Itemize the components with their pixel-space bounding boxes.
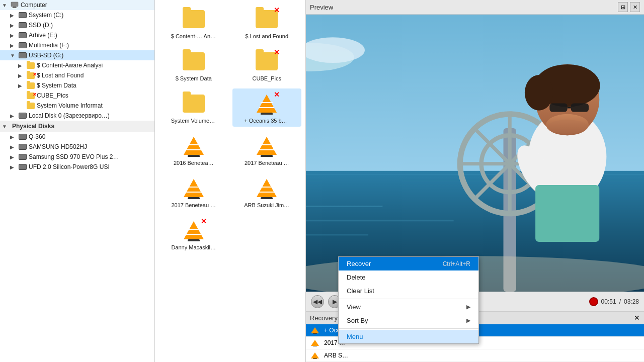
file-label-system-volume: System Volume In… [171,118,216,124]
file-label-danny: Danny Macaskil… [171,244,216,250]
folder-content-aware-icon [26,61,35,69]
drive-g-icon [18,51,27,59]
ctx-sort-by-arrow: ▶ [466,317,470,324]
svg-rect-4 [261,113,273,115]
ctx-recover[interactable]: Recover Ctrl+Alt+R [339,257,478,270]
ctx-view[interactable]: View ▶ [339,300,478,314]
tree-q360[interactable]: ▶ Q-360 [0,132,154,142]
file-item-cube-pics[interactable]: ✕ CUBE_Pics [232,46,302,84]
svg-rect-16 [188,197,200,199]
svg-marker-7 [184,137,204,155]
svg-marker-19 [257,179,277,197]
arrow-physical: ▼ [2,124,10,129]
svg-rect-2 [12,8,17,8]
file-grid-panel: $ Content-… Analysis ✕ $ Lost and Found … [155,0,306,362]
tree-cube-pics[interactable]: CUBE_Pics [0,90,154,101]
arrow-system-data: ▶ [18,83,26,88]
ctx-clear-list[interactable]: Clear List [339,284,478,298]
folder-cube-pics-icon [26,92,35,100]
ctx-sort-by[interactable]: Sort By ▶ [339,314,478,327]
q360-label: Q-360 [29,133,45,140]
tree-system-volume[interactable]: System Volume Informat [0,101,154,111]
file-label-content-aware: $ Content-… Analysis [171,33,216,39]
tree-arrow-computer: ▼ [2,3,10,8]
svg-rect-1 [13,7,16,8]
svg-rect-41 [535,185,599,242]
drive-e-label: Arhive (E:) [29,32,57,39]
tree-drive-c[interactable]: ▶ Ssystem (C:) [0,10,154,20]
recovery-item-arb[interactable]: ARB S… [306,349,644,362]
preview-close-btn[interactable]: ✕ [630,2,640,12]
tree-lost-found[interactable]: ▶ $ Lost and Found [0,70,154,80]
preview-restore-btn[interactable]: ⊞ [618,2,628,12]
drive-q360-icon [18,133,27,141]
file-item-2017b[interactable]: 2017 Beneteau … [159,173,228,211]
system-volume-label: System Volume Informat [37,102,103,109]
ctx-delete-label: Delete [347,274,366,281]
ufd-label: UFD 2.0 Silicon-Power8G USI [29,163,110,170]
tree-drive-e[interactable]: ▶ Arhive (E:) [0,30,154,40]
computer-label: Computer [21,2,47,9]
vlc-2016-icon [182,134,206,158]
vlc-oceanis-icon: ✕ [255,92,279,116]
file-label-cube-pics: CUBE_Pics [253,75,281,81]
vlc-cone-svg-2017b [183,177,205,199]
ctx-menu-label: Menu [347,333,363,340]
drive-c-icon [18,11,27,19]
svg-rect-55 [313,333,317,334]
recovery-list-close-btn[interactable]: ✕ [634,314,640,322]
arrow-q360: ▶ [10,134,18,140]
tree-ufd[interactable]: ▶ UFD 2.0 Silicon-Power8G USI [0,162,154,172]
time-display: 00:51 / 03:28 [589,297,639,306]
file-item-2016[interactable]: 2016 Benetea… [159,131,228,169]
drive-local-icon [18,112,27,120]
vlc-cone-svg-arb [256,177,278,199]
svg-marker-54 [311,327,319,333]
drive-f-icon [18,41,27,49]
file-label-system-data: $ System Data [176,75,212,81]
file-item-lost-found[interactable]: ✕ $ Lost and Found [232,4,302,42]
file-label-arb: ARB Suzuki Jimny.mp4 [244,202,289,208]
svg-rect-24 [188,239,200,241]
tree-drive-f[interactable]: ▶ Multimedia (F:) [0,40,154,50]
tree-computer-root[interactable]: ▼ Computer [0,0,154,10]
arrow-f: ▶ [10,43,18,48]
file-item-arb[interactable]: ARB Suzuki Jimny.mp4 [232,173,302,211]
context-menu: Recover Ctrl+Alt+R Delete Clear List Vie… [338,256,479,344]
rec-icon-2017 [310,339,320,347]
svg-marker-15 [184,179,204,197]
vlc-cone-svg-2016 [183,135,205,157]
file-item-danny[interactable]: ✕ Danny Macaskil… [159,215,228,253]
arrow-local-disk: ▶ [10,113,18,119]
tree-system-data[interactable]: ▶ $ System Data [0,80,154,90]
tree-local-disk[interactable]: ▶ Local Disk 0 (Зарезервиро…) [0,111,154,121]
tree-samsung-hd[interactable]: ▶ SAMSUNG HD502HJ [0,142,154,152]
ctx-menu[interactable]: Menu [339,330,478,343]
file-item-system-volume[interactable]: System Volume In… [159,88,228,127]
arrow-samsung-ssd: ▶ [10,154,18,160]
file-item-oceanis[interactable]: ✕ + Oceanis 35 by BENETE… [232,88,302,127]
local-disk-label: Local Disk 0 (Зарезервиро…) [29,112,110,119]
tree-drive-d[interactable]: ▶ SSD (D:) [0,20,154,30]
physical-disks-header: ▼ Physical Disks [0,121,154,132]
arrow-c: ▶ [10,13,18,18]
vlc-2017b-icon [182,176,206,200]
system-data-label: $ System Data [37,82,76,89]
sailing-scene-svg [306,15,644,292]
svg-rect-8 [188,155,200,157]
rewind-button[interactable]: ◀◀ [311,295,324,308]
ctx-view-label: View [347,303,361,311]
tree-samsung-ssd[interactable]: ▶ Samsung SSD 970 EVO Plus 2… [0,152,154,162]
ctx-delete[interactable]: Delete [339,270,478,284]
file-item-2017a[interactable]: 2017 Beneteau … [232,131,302,169]
file-label-oceanis: + Oceanis 35 by BENETE… [244,118,289,124]
arrow-samsung-hd: ▶ [10,144,18,150]
preview-header: Preview ⊞ ✕ [306,0,644,15]
tree-content-aware[interactable]: ▶ $ Content-Aware Analysi [0,60,154,70]
preview-window-controls: ⊞ ✕ [618,2,640,12]
folder-system-volume-big-icon [182,92,206,116]
file-item-system-data[interactable]: $ System Data [159,46,228,84]
file-item-content-aware[interactable]: $ Content-… Analysis [159,4,228,42]
svg-marker-56 [311,340,319,346]
tree-drive-g[interactable]: ▼ USB-SD (G:) [0,50,154,60]
